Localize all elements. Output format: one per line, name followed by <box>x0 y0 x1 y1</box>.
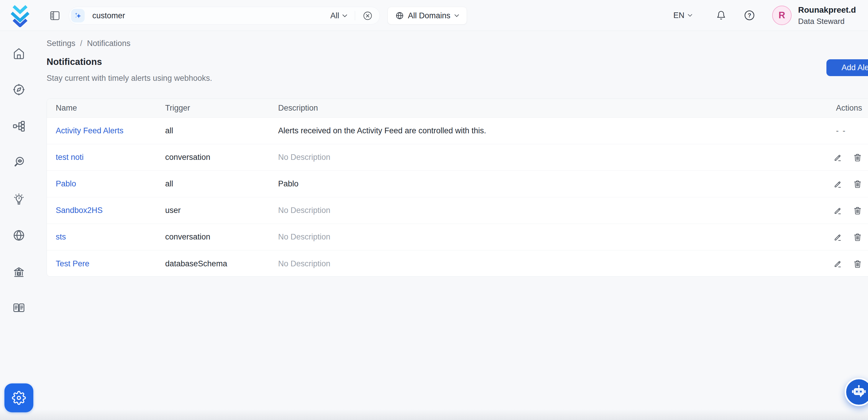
edit-icon[interactable] <box>834 153 842 162</box>
search-controls: All <box>330 11 380 21</box>
table-header-row: Name Trigger Description Actions <box>47 99 868 118</box>
help-icon[interactable]: ? <box>744 10 755 21</box>
clear-search-icon[interactable] <box>363 11 373 21</box>
chevron-down-icon <box>455 14 459 17</box>
add-alert-button[interactable]: Add Alert <box>827 59 868 76</box>
alert-trigger: all <box>165 179 278 188</box>
breadcrumb-separator: / <box>80 39 83 48</box>
domains-filter-button[interactable]: All Domains <box>388 7 467 25</box>
no-actions-placeholder: - - <box>836 126 846 136</box>
alert-description: No Description <box>278 206 812 215</box>
delete-icon[interactable] <box>853 153 862 162</box>
sidebar-item-explore[interactable] <box>12 83 25 96</box>
domains-filter-label: All Domains <box>408 11 451 20</box>
notifications-table: Name Trigger Description Actions Activit… <box>46 98 868 277</box>
top-bar: customer All All Domains <box>0 0 868 31</box>
search-scope-label: All <box>330 11 339 20</box>
sidebar-item-insights[interactable] <box>12 193 25 206</box>
edit-icon[interactable] <box>834 180 842 188</box>
app-window: customer All All Domains <box>0 0 868 420</box>
table-row: test noti conversation No Description <box>47 144 868 171</box>
user-avatar[interactable]: R <box>772 6 792 25</box>
globe-icon <box>12 229 25 242</box>
search-input[interactable]: customer <box>92 11 125 20</box>
table-row: Test Pere databaseSchema No Description <box>47 250 868 277</box>
search-scope-dropdown[interactable]: All <box>330 11 347 20</box>
alert-name-link[interactable]: Pablo <box>56 179 76 188</box>
app-logo-icon[interactable] <box>8 3 32 27</box>
chat-bot-button[interactable] <box>845 378 868 406</box>
edit-icon[interactable] <box>834 259 842 268</box>
edit-icon[interactable] <box>834 233 842 242</box>
notifications-bell-icon[interactable] <box>716 10 726 20</box>
delete-icon[interactable] <box>853 179 862 188</box>
alert-description: No Description <box>278 233 812 242</box>
alert-name-link[interactable]: Test Pere <box>56 259 89 268</box>
column-header-description: Description <box>278 103 812 113</box>
robot-icon <box>851 384 867 400</box>
alert-name-link[interactable]: sts <box>56 233 66 241</box>
column-header-trigger: Trigger <box>165 103 278 113</box>
search-divider <box>355 11 355 20</box>
alert-description: No Description <box>278 153 812 162</box>
compass-icon <box>12 83 25 96</box>
language-label: EN <box>673 11 685 20</box>
table-row: Pablo all Pablo <box>47 171 868 197</box>
data-flow-icon <box>12 120 25 133</box>
sidebar-item-observability[interactable] <box>12 156 25 169</box>
globe-icon <box>396 11 404 20</box>
alert-trigger: databaseSchema <box>165 259 278 268</box>
bottom-fade <box>0 409 868 420</box>
magnifier-eye-icon <box>12 156 25 169</box>
sidebar-item-domains[interactable] <box>12 229 25 242</box>
global-search-bar[interactable]: customer All <box>69 7 380 25</box>
column-header-name: Name <box>56 103 165 113</box>
breadcrumb-settings[interactable]: Settings <box>46 39 75 48</box>
alert-trigger: conversation <box>165 233 278 242</box>
page-title: Notifications <box>46 57 102 67</box>
alert-name-link[interactable]: Activity Feed Alerts <box>56 126 124 135</box>
alert-trigger: all <box>165 126 278 136</box>
help-glyph: ? <box>748 12 751 19</box>
user-role: Data Steward <box>798 16 868 27</box>
page-subtitle: Stay current with timely alerts using we… <box>46 74 212 83</box>
avatar-initial: R <box>779 10 785 21</box>
alert-trigger: user <box>165 206 278 215</box>
table-row: Activity Feed Alerts all Alerts received… <box>47 118 868 144</box>
sidebar-item-data-assets[interactable] <box>12 120 25 133</box>
language-dropdown[interactable]: EN <box>673 0 692 31</box>
ai-sparkles-icon[interactable] <box>71 9 85 22</box>
sidebar-item-govern[interactable] <box>12 266 25 278</box>
breadcrumb: Settings / Notifications <box>46 39 130 48</box>
sidebar-item-home[interactable] <box>12 47 25 60</box>
sidebar-toggle-icon[interactable] <box>50 11 60 21</box>
chevron-down-icon <box>688 14 692 17</box>
delete-icon[interactable] <box>853 259 862 268</box>
open-book-icon <box>12 301 25 314</box>
sidebar-item-settings-active[interactable] <box>4 384 33 412</box>
alert-description: No Description <box>278 259 812 268</box>
table-row: Sandbox2HS user No Description <box>47 197 868 224</box>
alert-name-link[interactable]: test noti <box>56 153 84 162</box>
alert-name-link[interactable]: Sandbox2HS <box>56 206 103 215</box>
alert-description: Alerts received on the Activity Feed are… <box>278 126 812 136</box>
user-name: Rounakpreet.d <box>798 4 868 16</box>
delete-icon[interactable] <box>853 233 862 242</box>
table-row: sts conversation No Description <box>47 224 868 250</box>
chevron-down-icon <box>342 14 347 18</box>
delete-icon[interactable] <box>853 206 862 215</box>
bank-icon <box>12 266 25 278</box>
edit-icon[interactable] <box>834 206 842 215</box>
column-header-actions: Actions <box>812 103 862 113</box>
gear-icon <box>12 391 26 405</box>
sidebar-item-glossary[interactable] <box>12 301 25 314</box>
user-menu[interactable]: Rounakpreet.d Data Steward <box>798 4 868 27</box>
alert-trigger: conversation <box>165 153 278 162</box>
home-icon <box>12 47 25 60</box>
left-sidebar <box>0 31 38 420</box>
lightbulb-icon <box>12 193 25 206</box>
breadcrumb-notifications[interactable]: Notifications <box>87 39 130 48</box>
alert-description: Pablo <box>278 179 812 188</box>
